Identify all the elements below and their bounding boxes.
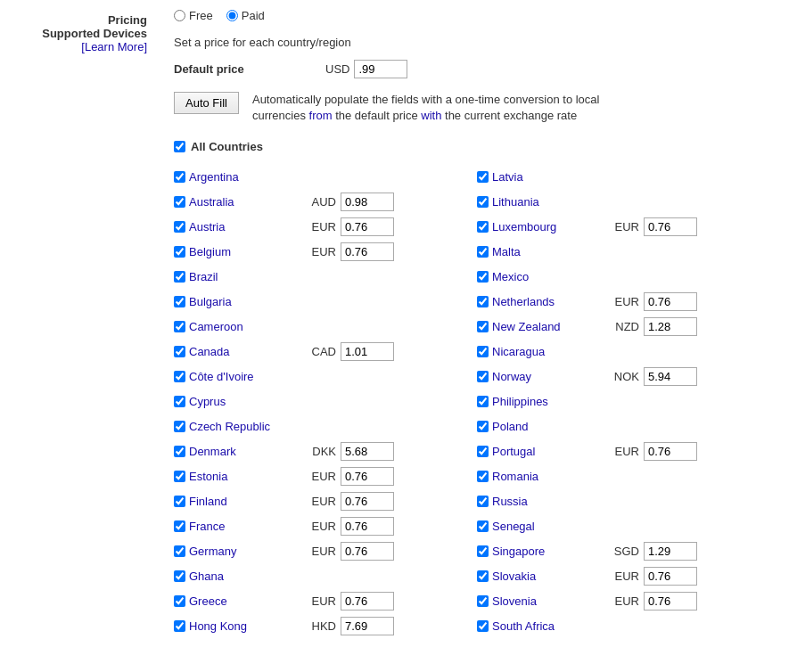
price-input[interactable] <box>341 492 394 511</box>
country-checkbox[interactable] <box>477 421 489 432</box>
country-link[interactable]: Netherlands <box>492 295 599 308</box>
country-link[interactable]: Denmark <box>189 445 296 458</box>
country-checkbox[interactable] <box>477 545 489 557</box>
paid-radio[interactable] <box>226 10 238 21</box>
country-checkbox[interactable] <box>477 171 489 183</box>
country-checkbox[interactable] <box>174 221 185 233</box>
country-checkbox[interactable] <box>174 171 185 183</box>
country-link[interactable]: Greece <box>189 594 296 608</box>
country-checkbox[interactable] <box>477 271 489 283</box>
country-link[interactable]: Hong Kong <box>189 619 296 633</box>
country-checkbox[interactable] <box>477 595 489 607</box>
country-link[interactable]: Cameroon <box>189 320 296 333</box>
country-link[interactable]: Nicaragua <box>492 345 599 358</box>
country-checkbox[interactable] <box>174 371 185 382</box>
country-checkbox[interactable] <box>174 471 185 482</box>
country-checkbox[interactable] <box>477 570 489 582</box>
country-checkbox[interactable] <box>174 520 185 532</box>
country-link[interactable]: Malta <box>492 245 599 258</box>
country-link[interactable]: Senegal <box>492 520 599 533</box>
country-link[interactable]: Estonia <box>189 470 296 483</box>
country-link[interactable]: Lithuania <box>492 195 599 209</box>
price-input[interactable] <box>644 317 697 336</box>
country-checkbox[interactable] <box>174 346 185 357</box>
country-link[interactable]: Finland <box>189 495 296 508</box>
country-checkbox[interactable] <box>174 446 185 457</box>
price-input[interactable] <box>644 217 697 236</box>
free-radio[interactable] <box>174 10 185 21</box>
price-input[interactable] <box>341 193 394 211</box>
price-input[interactable] <box>644 367 697 386</box>
country-link[interactable]: Côte d'Ivoire <box>189 370 296 383</box>
free-radio-label[interactable]: Free <box>174 9 213 22</box>
country-checkbox[interactable] <box>477 196 489 208</box>
price-input[interactable] <box>341 342 394 361</box>
price-input[interactable] <box>341 617 394 635</box>
country-checkbox[interactable] <box>477 321 489 332</box>
all-countries-checkbox[interactable] <box>174 141 185 152</box>
country-link[interactable]: Ghana <box>189 570 296 583</box>
country-link[interactable]: Germany <box>189 545 296 558</box>
country-checkbox[interactable] <box>174 396 185 407</box>
price-input[interactable] <box>341 592 394 611</box>
country-link[interactable]: Mexico <box>492 270 599 283</box>
country-link[interactable]: Luxembourg <box>492 220 599 234</box>
country-link[interactable]: Latvia <box>492 170 599 184</box>
price-input[interactable] <box>341 517 394 536</box>
country-checkbox[interactable] <box>477 346 489 357</box>
country-link[interactable]: Singapore <box>492 545 599 558</box>
price-input[interactable] <box>341 467 394 486</box>
price-input[interactable] <box>341 217 394 236</box>
country-checkbox[interactable] <box>174 595 185 607</box>
country-checkbox[interactable] <box>174 321 185 332</box>
price-input[interactable] <box>644 592 697 611</box>
country-link[interactable]: Poland <box>492 420 599 433</box>
country-checkbox[interactable] <box>477 221 489 233</box>
country-link[interactable]: Portugal <box>492 445 599 458</box>
country-link[interactable]: Australia <box>189 195 296 209</box>
price-input[interactable] <box>341 542 394 561</box>
country-link[interactable]: France <box>189 520 296 533</box>
country-link[interactable]: Slovakia <box>492 570 599 583</box>
country-checkbox[interactable] <box>477 620 489 632</box>
country-checkbox[interactable] <box>174 421 185 432</box>
country-checkbox[interactable] <box>477 520 489 532</box>
country-link[interactable]: Argentina <box>189 170 296 184</box>
country-checkbox[interactable] <box>174 496 185 507</box>
country-link[interactable]: Austria <box>189 220 296 234</box>
country-checkbox[interactable] <box>174 271 185 283</box>
country-checkbox[interactable] <box>174 545 185 557</box>
country-checkbox[interactable] <box>477 471 489 482</box>
country-checkbox[interactable] <box>477 371 489 382</box>
country-checkbox[interactable] <box>174 620 185 632</box>
price-input[interactable] <box>644 292 697 311</box>
country-link[interactable]: Slovenia <box>492 594 599 608</box>
learn-more-link[interactable]: [Learn More] <box>81 40 147 53</box>
price-input[interactable] <box>341 242 394 261</box>
country-checkbox[interactable] <box>477 296 489 307</box>
country-checkbox[interactable] <box>174 196 185 208</box>
country-link[interactable]: Belgium <box>189 245 296 258</box>
country-link[interactable]: Canada <box>189 345 296 358</box>
country-checkbox[interactable] <box>477 246 489 258</box>
country-checkbox[interactable] <box>477 396 489 407</box>
country-checkbox[interactable] <box>174 570 185 582</box>
country-link[interactable]: Bulgaria <box>189 295 296 308</box>
price-input[interactable] <box>341 442 394 461</box>
country-link[interactable]: Russia <box>492 495 599 508</box>
country-checkbox[interactable] <box>477 446 489 457</box>
price-input[interactable] <box>644 567 697 586</box>
country-link[interactable]: South Africa <box>492 619 599 633</box>
country-link[interactable]: New Zealand <box>492 320 599 333</box>
country-checkbox[interactable] <box>174 246 185 258</box>
country-checkbox[interactable] <box>174 296 185 307</box>
country-checkbox[interactable] <box>477 496 489 507</box>
country-link[interactable]: Romania <box>492 470 599 483</box>
country-link[interactable]: Czech Republic <box>189 420 296 433</box>
country-link[interactable]: Brazil <box>189 270 296 283</box>
default-price-input[interactable] <box>354 60 407 78</box>
country-link[interactable]: Philippines <box>492 395 599 408</box>
price-input[interactable] <box>644 542 697 561</box>
country-link[interactable]: Norway <box>492 370 599 383</box>
paid-radio-label[interactable]: Paid <box>226 9 265 22</box>
